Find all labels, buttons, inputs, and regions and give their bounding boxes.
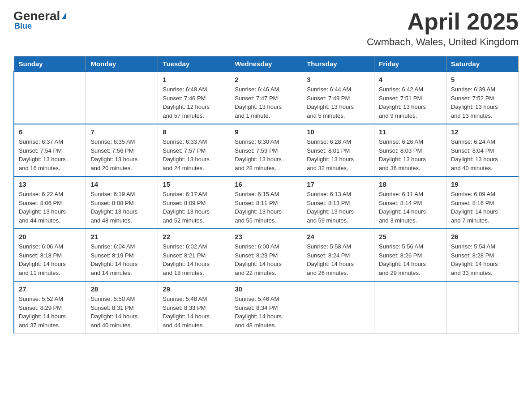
- calendar-day-header: Sunday: [14, 56, 86, 72]
- page-title: April 2025: [367, 9, 519, 34]
- day-info: Sunrise: 6:48 AM Sunset: 7:46 PM Dayligh…: [163, 85, 225, 120]
- calendar-cell: 8Sunrise: 6:33 AM Sunset: 7:57 PM Daylig…: [158, 124, 230, 176]
- logo: General Blue: [13, 9, 66, 31]
- calendar-cell: 20Sunrise: 6:06 AM Sunset: 8:18 PM Dayli…: [14, 229, 86, 281]
- calendar-day-header: Tuesday: [158, 56, 230, 72]
- calendar-cell: 1Sunrise: 6:48 AM Sunset: 7:46 PM Daylig…: [158, 72, 230, 124]
- day-number: 2: [235, 76, 297, 83]
- day-info: Sunrise: 6:11 AM Sunset: 8:14 PM Dayligh…: [379, 190, 442, 225]
- calendar-cell: 6Sunrise: 6:37 AM Sunset: 7:54 PM Daylig…: [14, 124, 86, 176]
- calendar-body: 1Sunrise: 6:48 AM Sunset: 7:46 PM Daylig…: [14, 72, 519, 334]
- calendar-day-header: Wednesday: [230, 56, 302, 72]
- day-number: 16: [235, 180, 297, 188]
- day-number: 22: [163, 233, 225, 240]
- page-subtitle: Cwmbach, Wales, United Kingdom: [367, 36, 519, 48]
- calendar-cell: 14Sunrise: 6:19 AM Sunset: 8:08 PM Dayli…: [86, 176, 158, 229]
- calendar-table: SundayMondayTuesdayWednesdayThursdayFrid…: [13, 56, 519, 334]
- calendar-cell: 29Sunrise: 5:48 AM Sunset: 8:33 PM Dayli…: [158, 281, 230, 334]
- day-number: 7: [90, 128, 153, 136]
- day-number: 24: [307, 233, 369, 240]
- day-info: Sunrise: 6:09 AM Sunset: 8:16 PM Dayligh…: [451, 190, 514, 225]
- day-info: Sunrise: 6:26 AM Sunset: 8:03 PM Dayligh…: [379, 137, 442, 172]
- day-info: Sunrise: 5:58 AM Sunset: 8:24 PM Dayligh…: [307, 242, 369, 277]
- day-number: 15: [163, 180, 225, 188]
- day-number: 19: [451, 180, 514, 188]
- calendar-cell: 13Sunrise: 6:22 AM Sunset: 8:06 PM Dayli…: [14, 176, 86, 229]
- day-number: 25: [379, 233, 442, 240]
- day-info: Sunrise: 6:37 AM Sunset: 7:54 PM Dayligh…: [19, 137, 81, 172]
- day-number: 12: [451, 128, 514, 136]
- day-number: 8: [163, 128, 225, 136]
- calendar-cell: 9Sunrise: 6:30 AM Sunset: 7:59 PM Daylig…: [230, 124, 302, 176]
- calendar-week-row: 13Sunrise: 6:22 AM Sunset: 8:06 PM Dayli…: [14, 176, 519, 229]
- logo-subtitle: Blue: [13, 21, 32, 31]
- day-number: 20: [19, 233, 81, 240]
- day-info: Sunrise: 6:19 AM Sunset: 8:08 PM Dayligh…: [90, 190, 153, 225]
- calendar-cell: 28Sunrise: 5:50 AM Sunset: 8:31 PM Dayli…: [86, 281, 158, 334]
- calendar-day-header: Thursday: [302, 56, 374, 72]
- day-info: Sunrise: 5:48 AM Sunset: 8:33 PM Dayligh…: [163, 295, 225, 330]
- day-info: Sunrise: 6:28 AM Sunset: 8:01 PM Dayligh…: [307, 137, 369, 172]
- day-number: 6: [19, 128, 81, 136]
- day-info: Sunrise: 6:00 AM Sunset: 8:23 PM Dayligh…: [235, 242, 297, 277]
- calendar-week-row: 27Sunrise: 5:52 AM Sunset: 8:29 PM Dayli…: [14, 281, 519, 334]
- calendar-cell: 22Sunrise: 6:02 AM Sunset: 8:21 PM Dayli…: [158, 229, 230, 281]
- day-info: Sunrise: 6:04 AM Sunset: 8:19 PM Dayligh…: [90, 242, 153, 277]
- day-info: Sunrise: 6:39 AM Sunset: 7:52 PM Dayligh…: [451, 85, 514, 120]
- calendar-cell: 10Sunrise: 6:28 AM Sunset: 8:01 PM Dayli…: [302, 124, 374, 176]
- calendar-cell: 27Sunrise: 5:52 AM Sunset: 8:29 PM Dayli…: [14, 281, 86, 334]
- calendar-cell: 5Sunrise: 6:39 AM Sunset: 7:52 PM Daylig…: [446, 72, 519, 124]
- day-info: Sunrise: 5:52 AM Sunset: 8:29 PM Dayligh…: [19, 295, 81, 330]
- day-info: Sunrise: 6:42 AM Sunset: 7:51 PM Dayligh…: [379, 85, 442, 120]
- day-number: 27: [19, 285, 81, 293]
- calendar-cell: [14, 72, 86, 124]
- day-info: Sunrise: 5:46 AM Sunset: 8:34 PM Dayligh…: [235, 295, 297, 330]
- calendar-cell: 18Sunrise: 6:11 AM Sunset: 8:14 PM Dayli…: [374, 176, 446, 229]
- day-info: Sunrise: 6:44 AM Sunset: 7:49 PM Dayligh…: [307, 85, 369, 120]
- day-number: 9: [235, 128, 297, 136]
- calendar-cell: 2Sunrise: 6:46 AM Sunset: 7:47 PM Daylig…: [230, 72, 302, 124]
- calendar-day-header: Monday: [86, 56, 158, 72]
- calendar-cell: [86, 72, 158, 124]
- calendar-cell: 17Sunrise: 6:13 AM Sunset: 8:13 PM Dayli…: [302, 176, 374, 229]
- calendar-cell: 21Sunrise: 6:04 AM Sunset: 8:19 PM Dayli…: [86, 229, 158, 281]
- day-info: Sunrise: 6:17 AM Sunset: 8:09 PM Dayligh…: [163, 190, 225, 225]
- day-info: Sunrise: 6:33 AM Sunset: 7:57 PM Dayligh…: [163, 137, 225, 172]
- day-number: 23: [235, 233, 297, 240]
- calendar-cell: 16Sunrise: 6:15 AM Sunset: 8:11 PM Dayli…: [230, 176, 302, 229]
- page-header: General Blue April 2025 Cwmbach, Wales, …: [13, 9, 519, 48]
- day-info: Sunrise: 5:54 AM Sunset: 8:28 PM Dayligh…: [451, 242, 514, 277]
- day-number: 4: [379, 76, 442, 83]
- calendar-week-row: 1Sunrise: 6:48 AM Sunset: 7:46 PM Daylig…: [14, 72, 519, 124]
- calendar-header-row: SundayMondayTuesdayWednesdayThursdayFrid…: [14, 56, 519, 72]
- calendar-cell: [374, 281, 446, 334]
- calendar-week-row: 20Sunrise: 6:06 AM Sunset: 8:18 PM Dayli…: [14, 229, 519, 281]
- day-number: 17: [307, 180, 369, 188]
- calendar-day-header: Friday: [374, 56, 446, 72]
- day-info: Sunrise: 6:15 AM Sunset: 8:11 PM Dayligh…: [235, 190, 297, 225]
- day-number: 14: [90, 180, 153, 188]
- calendar-day-header: Saturday: [446, 56, 519, 72]
- day-number: 29: [163, 285, 225, 293]
- day-info: Sunrise: 6:13 AM Sunset: 8:13 PM Dayligh…: [307, 190, 369, 225]
- calendar-cell: 12Sunrise: 6:24 AM Sunset: 8:04 PM Dayli…: [446, 124, 519, 176]
- day-number: 11: [379, 128, 442, 136]
- day-number: 28: [90, 285, 153, 293]
- day-info: Sunrise: 6:02 AM Sunset: 8:21 PM Dayligh…: [163, 242, 225, 277]
- day-info: Sunrise: 6:30 AM Sunset: 7:59 PM Dayligh…: [235, 137, 297, 172]
- calendar-cell: 15Sunrise: 6:17 AM Sunset: 8:09 PM Dayli…: [158, 176, 230, 229]
- day-number: 26: [451, 233, 514, 240]
- calendar-header: SundayMondayTuesdayWednesdayThursdayFrid…: [14, 56, 519, 72]
- title-section: April 2025 Cwmbach, Wales, United Kingdo…: [367, 9, 519, 48]
- day-info: Sunrise: 6:22 AM Sunset: 8:06 PM Dayligh…: [19, 190, 81, 225]
- calendar-cell: 23Sunrise: 6:00 AM Sunset: 8:23 PM Dayli…: [230, 229, 302, 281]
- day-info: Sunrise: 5:50 AM Sunset: 8:31 PM Dayligh…: [90, 295, 153, 330]
- calendar-cell: 30Sunrise: 5:46 AM Sunset: 8:34 PM Dayli…: [230, 281, 302, 334]
- day-number: 1: [163, 76, 225, 83]
- day-number: 10: [307, 128, 369, 136]
- calendar-cell: 3Sunrise: 6:44 AM Sunset: 7:49 PM Daylig…: [302, 72, 374, 124]
- calendar-cell: 19Sunrise: 6:09 AM Sunset: 8:16 PM Dayli…: [446, 176, 519, 229]
- calendar-cell: [446, 281, 519, 334]
- day-info: Sunrise: 6:06 AM Sunset: 8:18 PM Dayligh…: [19, 242, 81, 277]
- day-number: 21: [90, 233, 153, 240]
